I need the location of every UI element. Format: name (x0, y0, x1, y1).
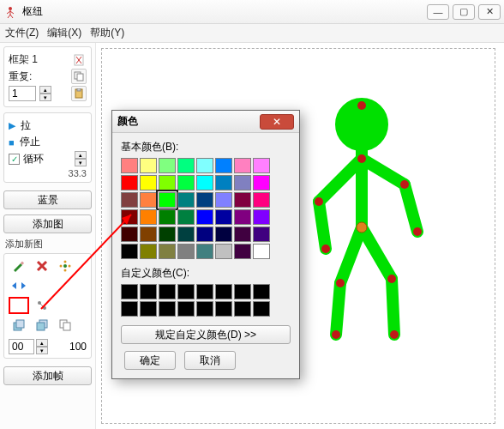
basic-color-swatch[interactable] (140, 158, 157, 173)
color-picker-button[interactable] (9, 297, 29, 314)
basic-color-swatch[interactable] (159, 175, 176, 190)
basic-color-swatch[interactable] (177, 192, 195, 208)
basic-color-swatch[interactable] (121, 158, 138, 173)
center-figure-icon[interactable] (55, 257, 75, 275)
basic-color-swatch[interactable] (121, 175, 138, 190)
basic-color-swatch[interactable] (253, 209, 270, 225)
repeat-up[interactable]: ▴ (39, 86, 51, 94)
basic-color-swatch[interactable] (253, 227, 270, 242)
basic-color-swatch[interactable] (159, 209, 176, 225)
custom-color-swatch[interactable] (159, 284, 176, 299)
dialog-titlebar[interactable]: 颜色 ✕ (112, 111, 299, 133)
basic-color-swatch[interactable] (159, 192, 176, 208)
basic-color-swatch[interactable] (177, 244, 195, 259)
basic-color-swatch[interactable] (159, 158, 176, 173)
delete-frame-icon[interactable] (73, 53, 87, 67)
basic-color-swatch[interactable] (177, 209, 195, 225)
repeat-down[interactable]: ▾ (39, 94, 51, 101)
basic-color-swatch[interactable] (196, 209, 213, 225)
basic-color-swatch[interactable] (234, 209, 251, 225)
paste-frame-icon[interactable] (71, 86, 87, 101)
basic-color-swatch[interactable] (159, 244, 176, 259)
basic-color-swatch[interactable] (215, 227, 232, 242)
basic-color-swatch[interactable] (177, 175, 195, 190)
basic-color-swatch[interactable] (253, 175, 270, 190)
basic-color-swatch[interactable] (140, 227, 157, 242)
close-button[interactable]: ✕ (478, 4, 501, 20)
add-frame-button[interactable]: 添加帧 (3, 366, 92, 385)
background-button[interactable]: 蓝景 (3, 190, 92, 209)
menu-help[interactable]: 帮助(Y) (90, 26, 124, 40)
basic-color-swatch[interactable] (253, 158, 270, 173)
stop-button[interactable]: ■ 停止 (9, 135, 87, 149)
basic-color-swatch[interactable] (159, 227, 176, 242)
flip-figure-icon[interactable] (9, 277, 29, 294)
basic-color-swatch[interactable] (215, 192, 232, 208)
play-button[interactable]: ▶ 拉 (9, 118, 87, 133)
maximize-button[interactable]: ▢ (453, 4, 475, 20)
custom-color-swatch[interactable] (121, 301, 138, 317)
basic-color-swatch[interactable] (215, 175, 232, 190)
basic-color-swatch[interactable] (121, 227, 138, 242)
basic-color-swatch[interactable] (140, 192, 157, 208)
basic-color-swatch[interactable] (234, 192, 251, 208)
custom-color-swatch[interactable] (121, 284, 138, 299)
basic-color-swatch[interactable] (196, 158, 213, 173)
custom-color-swatch[interactable] (253, 301, 270, 317)
basic-color-swatch[interactable] (215, 209, 232, 225)
basic-color-swatch[interactable] (234, 227, 251, 242)
basic-color-swatch[interactable] (196, 227, 213, 242)
basic-color-swatch[interactable] (121, 192, 138, 208)
loop-checkbox[interactable]: ✓ (9, 154, 20, 165)
basic-color-swatch[interactable] (196, 192, 213, 208)
custom-color-swatch[interactable] (196, 284, 213, 299)
minimize-button[interactable]: — (427, 4, 449, 20)
custom-color-swatch[interactable] (140, 284, 157, 299)
custom-color-swatch[interactable] (234, 284, 251, 299)
basic-color-swatch[interactable] (140, 244, 157, 259)
basic-color-swatch[interactable] (121, 209, 138, 225)
duplicate-icon[interactable] (55, 317, 75, 334)
repeat-input[interactable] (9, 86, 36, 101)
delete-figure-icon[interactable] (32, 257, 52, 275)
stick-figure[interactable] (302, 99, 439, 347)
basic-color-swatch[interactable] (234, 175, 251, 190)
basic-color-swatch[interactable] (234, 244, 251, 259)
custom-color-swatch[interactable] (215, 301, 232, 317)
basic-color-swatch[interactable] (196, 175, 213, 190)
define-custom-button[interactable]: 规定自定义颜色(D) >> (121, 325, 291, 344)
menu-edit[interactable]: 编辑(X) (47, 26, 81, 40)
custom-color-swatch[interactable] (253, 284, 270, 299)
basic-color-swatch[interactable] (177, 227, 195, 242)
fps-down[interactable]: ▾ (75, 159, 87, 166)
custom-color-swatch[interactable] (215, 284, 232, 299)
basic-color-swatch[interactable] (215, 158, 232, 173)
basic-color-swatch[interactable] (234, 158, 251, 173)
alpha-down[interactable]: ▾ (36, 347, 48, 354)
edit-figure-icon[interactable] (9, 257, 29, 275)
custom-color-swatch[interactable] (177, 301, 195, 317)
alpha-input[interactable] (9, 339, 34, 354)
custom-color-swatch[interactable] (234, 301, 251, 317)
lower-layer-icon[interactable] (32, 317, 52, 334)
custom-color-swatch[interactable] (177, 284, 195, 299)
custom-color-swatch[interactable] (196, 301, 213, 317)
fps-up[interactable]: ▴ (75, 151, 87, 159)
basic-color-swatch[interactable] (177, 158, 195, 173)
cancel-button[interactable]: 取消 (184, 351, 236, 370)
dialog-close-button[interactable]: ✕ (260, 114, 294, 130)
basic-color-swatch[interactable] (140, 175, 157, 190)
join-tool-icon[interactable] (32, 297, 52, 314)
copy-frame-icon[interactable] (71, 69, 87, 84)
basic-color-swatch[interactable] (253, 244, 270, 259)
basic-color-swatch[interactable] (140, 209, 157, 225)
menu-file[interactable]: 文件(Z) (5, 26, 39, 40)
add-image-button[interactable]: 添加图 (3, 214, 92, 233)
custom-color-swatch[interactable] (159, 301, 176, 317)
raise-layer-icon[interactable] (9, 317, 29, 334)
basic-color-swatch[interactable] (253, 192, 270, 208)
basic-color-swatch[interactable] (215, 244, 232, 259)
basic-color-swatch[interactable] (121, 244, 138, 259)
custom-color-swatch[interactable] (140, 301, 157, 317)
basic-color-swatch[interactable] (196, 244, 213, 259)
